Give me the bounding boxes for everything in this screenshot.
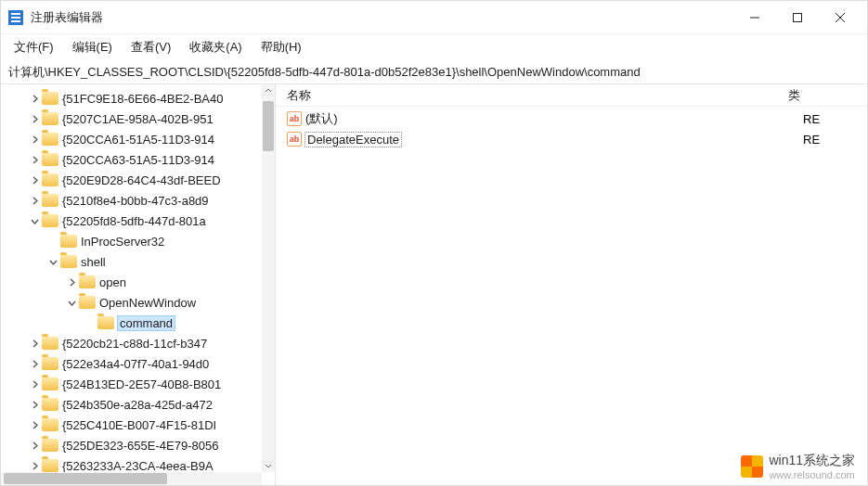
watermark-url: www.relsound.com [769, 469, 855, 480]
scroll-down-icon[interactable] [262, 459, 275, 472]
tree-node-label: open [99, 275, 126, 289]
tree-node[interactable]: {5210f8e4-b0bb-47c3-a8d9 [1, 190, 262, 211]
tree-node[interactable]: {520CCA61-51A5-11D3-914 [1, 129, 262, 149]
values-pane: 名称 类 ab(默认)REabDelegateExecuteRE [276, 84, 867, 485]
close-button[interactable] [819, 4, 862, 32]
tree-node-label: {525DE323-655E-4E79-8056 [62, 439, 218, 453]
chevron-down-icon[interactable] [64, 299, 79, 307]
chevron-right-icon[interactable] [27, 360, 42, 368]
value-type: RE [803, 133, 820, 147]
menubar: 文件(F) 编辑(E) 查看(V) 收藏夹(A) 帮助(H) [1, 34, 867, 60]
folder-icon [97, 316, 114, 329]
tree-node[interactable]: shell [1, 251, 262, 272]
tree-node[interactable]: {525C410E-B007-4F15-81DI [1, 415, 262, 435]
tree-node[interactable]: {52205fd8-5dfb-447d-801a [1, 211, 262, 231]
folder-icon [42, 459, 58, 472]
chevron-right-icon[interactable] [27, 462, 42, 470]
values-list[interactable]: ab(默认)REabDelegateExecuteRE [276, 107, 867, 151]
folder-icon [60, 255, 77, 268]
tree-node-label: {520CCA63-51A5-11D3-914 [62, 153, 214, 167]
chevron-down-icon[interactable] [45, 258, 60, 266]
chevron-right-icon[interactable] [27, 176, 42, 185]
value-row[interactable]: abDelegateExecuteRE [276, 129, 867, 149]
tree-node[interactable]: {522e34a4-07f7-40a1-94d0 [1, 353, 262, 374]
chevron-right-icon[interactable] [64, 278, 79, 287]
folder-icon [42, 112, 58, 125]
chevron-right-icon[interactable] [27, 401, 42, 409]
address-text: 计算机\HKEY_CLASSES_ROOT\CLSID\{52205fd8-5d… [8, 64, 641, 81]
tree-node[interactable]: {520E9D28-64C4-43df-BEED [1, 170, 262, 190]
scroll-thumb[interactable] [263, 101, 274, 151]
tree-node[interactable]: OpenNewWindow [1, 292, 262, 313]
menu-help[interactable]: 帮助(H) [253, 36, 309, 58]
tree-node[interactable]: {5220cb21-c88d-11cf-b347 [1, 333, 262, 353]
tree-node-label: {524b350e-a28a-425d-a472 [62, 398, 213, 412]
chevron-right-icon[interactable] [27, 197, 42, 205]
menu-view[interactable]: 查看(V) [123, 36, 178, 58]
folder-icon [42, 357, 58, 370]
tree-node[interactable]: {524b350e-a28a-425d-a472 [1, 394, 262, 415]
folder-icon [42, 92, 58, 105]
tree-node-label: {525C410E-B007-4F15-81DI [62, 418, 216, 432]
watermark: win11系统之家 www.relsound.com [741, 453, 855, 480]
chevron-right-icon[interactable] [27, 339, 42, 348]
tree-node[interactable]: command [1, 313, 262, 333]
tree-node-label: {5263233A-23CA-4eea-B9A [62, 459, 214, 473]
tree-node-label: {524B13ED-2E57-40B8-B801 [62, 377, 221, 391]
tree-node[interactable]: InProcServer32 [1, 231, 262, 251]
column-type[interactable]: 类 [788, 87, 867, 104]
chevron-down-icon[interactable] [27, 217, 42, 225]
tree-node-label: shell [81, 255, 106, 269]
folder-icon [42, 133, 58, 146]
scroll-up-icon[interactable] [262, 84, 275, 97]
value-name: DelegateExecute [305, 133, 803, 147]
list-header[interactable]: 名称 类 [276, 84, 867, 107]
folder-icon [42, 418, 58, 431]
chevron-right-icon[interactable] [27, 421, 42, 429]
string-value-icon: ab [287, 132, 302, 147]
column-name[interactable]: 名称 [287, 87, 788, 104]
tree-vertical-scrollbar[interactable] [262, 84, 275, 472]
folder-icon [42, 214, 58, 227]
app-icon [8, 10, 23, 25]
chevron-right-icon[interactable] [27, 115, 42, 123]
folder-icon [42, 337, 58, 350]
address-bar[interactable]: 计算机\HKEY_CLASSES_ROOT\CLSID\{52205fd8-5d… [1, 60, 867, 84]
tree-node-label: {5207C1AE-958A-402B-951 [62, 112, 214, 126]
svg-rect-1 [794, 13, 802, 21]
chevron-right-icon[interactable] [27, 135, 42, 144]
tree-node[interactable]: open [1, 272, 262, 292]
chevron-right-icon[interactable] [27, 441, 42, 450]
menu-file[interactable]: 文件(F) [6, 36, 61, 58]
folder-icon [79, 296, 96, 309]
string-value-icon: ab [287, 111, 302, 126]
tree-horizontal-scrollbar[interactable] [1, 472, 262, 485]
tree-node-label: {522e34a4-07f7-40a1-94d0 [62, 357, 209, 371]
registry-tree[interactable]: {51FC9E18-6E66-4BE2-BA40{5207C1AE-958A-4… [1, 84, 262, 472]
tree-node[interactable]: {525DE323-655E-4E79-8056 [1, 435, 262, 455]
tree-node[interactable]: {520CCA63-51A5-11D3-914 [1, 149, 262, 170]
value-type: RE [803, 112, 820, 126]
menu-favorites[interactable]: 收藏夹(A) [182, 36, 249, 58]
hscroll-thumb[interactable] [4, 473, 167, 484]
folder-icon [42, 153, 58, 166]
chevron-right-icon[interactable] [27, 380, 42, 389]
folder-icon [42, 173, 58, 186]
titlebar: 注册表编辑器 [1, 1, 867, 34]
chevron-right-icon[interactable] [27, 95, 42, 103]
tree-node[interactable]: {5207C1AE-958A-402B-951 [1, 109, 262, 129]
tree-node[interactable]: {524B13ED-2E57-40B8-B801 [1, 374, 262, 394]
maximize-button[interactable] [776, 4, 819, 32]
menu-edit[interactable]: 编辑(E) [65, 36, 120, 58]
tree-node-label: {520CCA61-51A5-11D3-914 [62, 133, 214, 147]
tree-node[interactable]: {5263233A-23CA-4eea-B9A [1, 455, 262, 472]
folder-icon [42, 439, 58, 452]
tree-node-label: {5220cb21-c88d-11cf-b347 [62, 337, 207, 351]
minimize-button[interactable] [733, 4, 776, 32]
registry-editor-window: 注册表编辑器 文件(F) 编辑(E) 查看(V) 收藏夹(A) 帮助(H) 计算… [0, 0, 868, 486]
tree-node-label: InProcServer32 [81, 235, 164, 249]
value-row[interactable]: ab(默认)RE [276, 109, 867, 129]
tree-node[interactable]: {51FC9E18-6E66-4BE2-BA40 [1, 88, 262, 109]
tree-node-label: {520E9D28-64C4-43df-BEED [62, 173, 221, 187]
chevron-right-icon[interactable] [27, 156, 42, 164]
